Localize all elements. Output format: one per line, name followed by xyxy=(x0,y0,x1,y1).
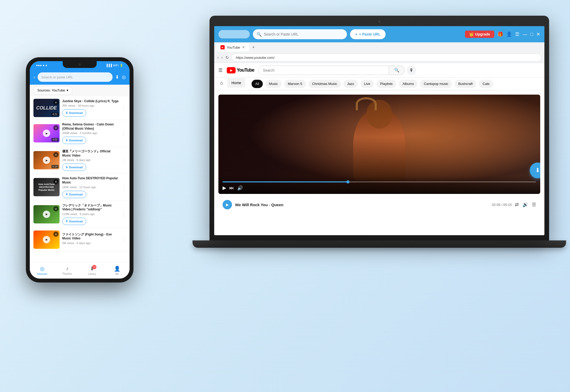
more-options-button[interactable]: ⋮ xyxy=(121,211,126,217)
chip-albums[interactable]: Albums xyxy=(399,80,417,88)
phone-discover-icon[interactable]: ◎ xyxy=(122,74,126,80)
more-options-button[interactable]: ⋮ xyxy=(121,237,126,243)
gift-icon[interactable]: 🎁 xyxy=(497,31,503,37)
laptop-base xyxy=(193,240,566,248)
youtube-content: ☰ YouTube 🔍 🎙 xyxy=(214,63,544,235)
video-thumbnail: 4:00 + xyxy=(33,124,60,142)
video-thumbnail: 5:14 + xyxy=(33,151,60,169)
shuffle-icon[interactable]: ⇄ xyxy=(515,202,519,207)
volume-icon[interactable]: 🔊 xyxy=(522,202,528,207)
home-button[interactable]: Home xyxy=(227,78,245,88)
download-button[interactable]: ⬇ Download xyxy=(62,109,86,117)
paste-url-plus-icon: + xyxy=(355,32,357,36)
status-time: ●●● ● ● xyxy=(36,64,47,67)
topbar-right: 👑 Upgrade 🎁 👤 ☰ — □ ✕ xyxy=(465,31,540,38)
list-item: 4:00 + Rema, Selena Gomez - Calm Down (O… xyxy=(30,120,130,147)
video-meta: 1M views · 6 days ago xyxy=(62,158,119,162)
list-item: + フレデリック「オドループ」Music Video | Frederic "o… xyxy=(30,201,130,228)
nav-me[interactable]: 👤 Me xyxy=(105,266,130,275)
home-label: Home xyxy=(231,81,241,85)
video-progress-bar[interactable] xyxy=(223,181,536,182)
discover-label: Discover xyxy=(37,273,47,275)
thumb-duration: 5:14 xyxy=(51,165,59,168)
chip-jazz[interactable]: Jazz xyxy=(344,80,358,88)
search-input[interactable] xyxy=(264,32,343,36)
video-meta: 145K views · 12 hours ago xyxy=(62,186,119,189)
nav-discover[interactable]: ◎ Discover xyxy=(30,266,55,275)
upgrade-button[interactable]: 👑 Upgrade xyxy=(465,31,494,38)
tab-close-button[interactable]: ✕ xyxy=(242,45,245,49)
yt-search-box[interactable] xyxy=(258,66,389,75)
phone-search-bar[interactable]: Search or paste URL xyxy=(38,72,113,82)
paste-url-label: + Paste URL xyxy=(359,32,380,36)
refresh-button[interactable]: ↻ xyxy=(225,55,229,60)
volume-button[interactable]: 🔊 xyxy=(237,185,243,191)
browser-tabs: YouTube ✕ + xyxy=(214,42,544,52)
me-icon: 👤 xyxy=(114,266,120,272)
more-options-button[interactable]: ⋮ xyxy=(121,105,126,111)
menu-icon[interactable]: ☰ xyxy=(515,31,519,37)
yt-search-button[interactable]: 🔍 xyxy=(389,66,405,75)
forward-button[interactable]: › xyxy=(221,55,223,60)
chip-cats[interactable]: Cats xyxy=(479,80,493,88)
download-button[interactable]: ⬇ Download xyxy=(62,191,86,198)
crown-icon: 👑 xyxy=(469,32,474,36)
user-icon[interactable]: 👤 xyxy=(506,31,512,37)
nav-library[interactable]: ⬇ 15 Library xyxy=(80,266,105,275)
progress-dot xyxy=(346,180,350,183)
more-options-button[interactable]: ⋮ xyxy=(121,130,126,136)
download-button[interactable]: ⬇ Download xyxy=(62,218,86,225)
chip-music[interactable]: Music xyxy=(265,80,282,88)
more-options-button[interactable]: ⋮ xyxy=(121,184,126,190)
download-button[interactable]: ⬇ Download xyxy=(62,164,86,171)
phone-download-icon[interactable]: ⬇ xyxy=(115,74,119,80)
chip-live[interactable]: Live xyxy=(360,80,374,88)
yt-search-input[interactable] xyxy=(263,68,385,72)
new-tab-button[interactable]: + xyxy=(250,44,257,51)
chip-playlists[interactable]: Playlists xyxy=(376,80,396,88)
minimize-icon[interactable]: — xyxy=(522,32,527,37)
now-playing-icon[interactable]: ▶ xyxy=(223,200,232,209)
close-icon[interactable]: ✕ xyxy=(536,31,540,37)
download-button[interactable]: ⬇ Download xyxy=(62,137,86,144)
laptop-screen: 🔍 + + Paste URL 👑 Upgrade 🎁 👤 ☰ — xyxy=(214,26,544,235)
chip-maroon5[interactable]: Maroon 5 xyxy=(284,80,306,88)
battery-icon: 🔋 xyxy=(120,64,123,67)
phone-back-button[interactable]: ‹ xyxy=(33,74,35,80)
video-title: Rema, Selena Gomez - Calm Down (Official… xyxy=(62,123,119,131)
chip-christmas[interactable]: Christmas Music xyxy=(309,80,341,88)
download-label: Download xyxy=(69,193,83,196)
back-button[interactable]: ‹ xyxy=(217,55,219,60)
yt-main: ▶ ⏭ 🔊 ⬇ xyxy=(214,90,544,235)
youtube-favicon xyxy=(220,45,225,49)
chip-all[interactable]: All xyxy=(252,80,263,88)
url-input[interactable] xyxy=(231,54,541,61)
nav-playlists[interactable]: ♪ Playlists xyxy=(55,266,80,275)
youtube-logo-icon xyxy=(227,67,236,73)
thumb-add-button[interactable]: + xyxy=(53,232,59,237)
chip-bushcraft[interactable]: Bushcraft xyxy=(455,80,476,88)
paste-url-button[interactable]: + + Paste URL xyxy=(350,29,386,39)
thumb-add-button[interactable]: + xyxy=(53,100,59,105)
sources-dropdown[interactable]: Sources: YouTube ▾ xyxy=(33,86,72,95)
playlists-icon: ♪ xyxy=(66,266,68,272)
yt-mic-button[interactable]: 🎙 xyxy=(407,66,416,75)
thumb-add-button[interactable]: + xyxy=(53,206,59,211)
app-logo-button[interactable] xyxy=(218,30,250,38)
play-button[interactable]: ▶ xyxy=(223,185,226,191)
play-circle xyxy=(43,236,50,243)
now-playing-title: We Will Rock You - Queen xyxy=(235,203,489,207)
video-player[interactable]: ▶ ⏭ 🔊 ⬇ xyxy=(218,95,540,194)
more-options-button[interactable]: ⋮ xyxy=(121,157,126,163)
skip-forward-button[interactable]: ⏭ xyxy=(229,185,234,191)
app-topbar: 🔍 + + Paste URL 👑 Upgrade 🎁 👤 ☰ — xyxy=(214,26,544,42)
maximize-icon[interactable]: □ xyxy=(530,32,533,37)
youtube-tab[interactable]: YouTube ✕ xyxy=(216,43,249,51)
chip-cantopop[interactable]: Cantopop music xyxy=(420,80,452,88)
queue-icon[interactable]: ☰ xyxy=(532,202,536,207)
yt-hamburger-icon[interactable]: ☰ xyxy=(218,67,223,73)
thumb-add-button[interactable]: + xyxy=(53,125,59,130)
search-bar[interactable]: 🔍 xyxy=(253,29,347,39)
home-icon[interactable]: ⌂ xyxy=(216,78,227,88)
video-progress-fill xyxy=(223,181,348,182)
